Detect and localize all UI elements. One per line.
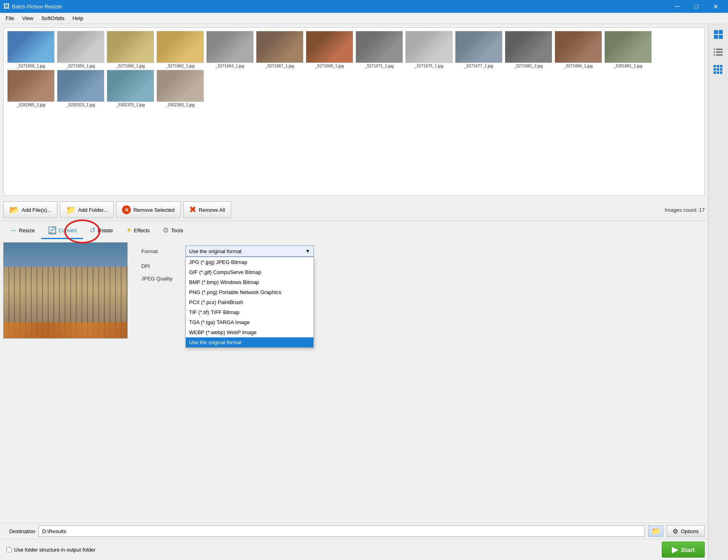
image-thumbnail[interactable]: _5271671_1.jpg (355, 31, 403, 68)
effects-label: Effects (134, 227, 150, 233)
remove-all-button[interactable]: ✖ Remove All (183, 201, 231, 218)
image-filename: _5302370_1.jpg (107, 103, 154, 107)
image-thumbnail[interactable]: _5271668_1.jpg (305, 31, 354, 68)
tools-icon: ⚙ (163, 226, 169, 235)
image-thumbnail[interactable]: _5271675_1.jpg (405, 31, 453, 68)
tab-resize[interactable]: ↔ Resize (3, 223, 41, 239)
image-thumbnail[interactable]: _5271677_1.jpg (455, 31, 503, 68)
dropdown-option[interactable]: Use the original format (186, 337, 313, 347)
title-bar: 🖼 Batch Picture Resizer ─ □ ✕ (0, 0, 728, 13)
image-thumbnail[interactable]: _5302383_1.jpg (156, 70, 204, 107)
svg-point-6 (714, 51, 715, 53)
image-filename: _5281885_1.jpg (7, 103, 55, 107)
folder-structure-checkbox[interactable] (6, 547, 12, 552)
image-grid[interactable]: _5271658_1.jpg_5271659_1.jpg_5271660_1.j… (3, 27, 705, 196)
dropdown-option[interactable]: TGA (*.tga) TARGA Image (186, 317, 313, 327)
thumbnail-image (206, 31, 254, 63)
options-label: Options (681, 528, 699, 534)
convert-icon: 🔄 (48, 226, 57, 235)
image-filename: _5281881_1.jpg (604, 64, 652, 68)
image-thumbnail[interactable]: _5271667_1.jpg (256, 31, 304, 68)
thumbnail-image (157, 70, 204, 102)
sidebar-view-detail[interactable] (711, 63, 726, 78)
jpeg-quality-label: JPEG Quality (141, 276, 185, 282)
svg-rect-16 (714, 71, 716, 74)
image-filename: _5271668_1.jpg (306, 64, 353, 68)
sidebar-view-large[interactable] (711, 27, 726, 43)
toolbar: 📂 Add File(s)... 📁 Add Folder... ✕ Remov… (0, 199, 708, 221)
destination-input[interactable] (39, 526, 645, 537)
right-sidebar (708, 24, 728, 560)
menu-view[interactable]: View (18, 14, 37, 23)
add-files-button[interactable]: 📂 Add File(s)... (3, 201, 57, 218)
dropdown-option[interactable]: WEBP (*.webp) WebP Image (186, 327, 313, 337)
image-thumbnail[interactable]: _5271684_1.jpg (554, 31, 602, 68)
image-thumbnail[interactable]: _5271664_1.jpg (206, 31, 254, 68)
format-dropdown-selected[interactable]: Use the original format ▼ (185, 246, 314, 257)
thumbnail-image (455, 31, 502, 63)
resize-icon: ↔ (10, 226, 17, 235)
large-grid-icon (713, 29, 724, 41)
format-row: Format Use the original format ▼ JPG (*.… (141, 246, 698, 257)
start-bar: Use folder structure in output folder ▶ … (0, 539, 708, 560)
image-thumbnail[interactable]: _5281881_1.jpg (604, 31, 652, 68)
svg-rect-5 (716, 49, 723, 50)
thumbnail-image (107, 31, 154, 63)
image-thumbnail[interactable]: _5292023_1.jpg (57, 70, 105, 107)
svg-rect-9 (716, 54, 723, 56)
svg-rect-3 (719, 35, 723, 39)
sidebar-view-list[interactable] (711, 45, 726, 60)
tab-tools[interactable]: ⚙ Tools (156, 223, 189, 239)
start-label: Start (681, 546, 695, 553)
image-thumbnail[interactable]: _5271682_2.jpg (504, 31, 553, 68)
minimize-button[interactable]: ─ (668, 0, 686, 13)
image-filename: _5271684_1.jpg (555, 64, 602, 68)
dpi-label: DPI (141, 263, 185, 269)
menu-file[interactable]: File (2, 14, 18, 23)
destination-bar: Destination 📁 ⚙ Options (0, 523, 708, 539)
image-thumbnail[interactable]: _5271662_1.jpg (156, 31, 204, 68)
restore-button[interactable]: □ (687, 0, 706, 13)
close-button[interactable]: ✕ (706, 0, 725, 13)
dropdown-option[interactable]: JPG (*.jpg) JPEG Bitmap (186, 257, 313, 267)
image-filename: _5271682_2.jpg (505, 64, 552, 68)
image-thumbnail[interactable]: _5281885_1.jpg (7, 70, 55, 107)
tab-convert[interactable]: 🔄 Convert (41, 223, 83, 239)
window-controls: ─ □ ✕ (668, 0, 725, 13)
content-area: _5271658_1.jpg_5271659_1.jpg_5271660_1.j… (0, 24, 708, 560)
image-thumbnail[interactable]: _5271660_1.jpg (106, 31, 155, 68)
options-button[interactable]: ⚙ Options (667, 526, 705, 537)
remove-selected-button[interactable]: ✕ Remove Selected (116, 201, 181, 218)
svg-rect-17 (717, 71, 719, 74)
destination-browse-button[interactable]: 📁 (648, 526, 663, 537)
tab-effects[interactable]: ✦ Effects (120, 223, 157, 239)
add-folder-button[interactable]: 📁 Add Folder... (60, 201, 114, 218)
svg-rect-18 (720, 71, 722, 74)
dropdown-option[interactable]: PCX (*.pcx) PaintBrush (186, 297, 313, 307)
image-thumbnail[interactable]: _5271659_1.jpg (57, 31, 105, 68)
tab-rotate[interactable]: ↺ Rotate (83, 223, 119, 239)
format-dropdown-value: Use the original format (189, 248, 242, 254)
thumbnail-image (107, 70, 154, 102)
image-thumbnail[interactable]: _5302370_1.jpg (106, 70, 155, 107)
menu-softorbits[interactable]: SoftOrbits (37, 14, 69, 23)
thumbnail-image (405, 31, 453, 63)
start-button[interactable]: ▶ Start (662, 542, 705, 558)
svg-rect-10 (714, 65, 716, 67)
image-thumbnail[interactable]: _5271658_1.jpg (7, 31, 55, 68)
svg-point-4 (714, 49, 715, 50)
remove-all-icon: ✖ (189, 205, 196, 215)
dropdown-option[interactable]: TIF (*.tif) TIFF Bitmap (186, 307, 313, 317)
folder-structure-label: Use folder structure in output folder (14, 547, 96, 553)
image-filename: _5271660_1.jpg (107, 64, 154, 68)
dropdown-option[interactable]: GIF (*.gif) CompuServe Bitmap (186, 267, 313, 277)
dropdown-option[interactable]: PNG (*.png) Portable Network Graphics (186, 287, 313, 297)
image-filename: _5271667_1.jpg (256, 64, 303, 68)
menu-help[interactable]: Help (69, 14, 87, 23)
format-label: Format (141, 248, 185, 254)
thumbnail-image (505, 31, 552, 63)
thumbnail-image (256, 31, 303, 63)
svg-point-8 (714, 54, 715, 56)
dropdown-option[interactable]: BMP (*.bmp) Windows Bitmap (186, 277, 313, 287)
image-filename: _5271671_1.jpg (356, 64, 403, 68)
